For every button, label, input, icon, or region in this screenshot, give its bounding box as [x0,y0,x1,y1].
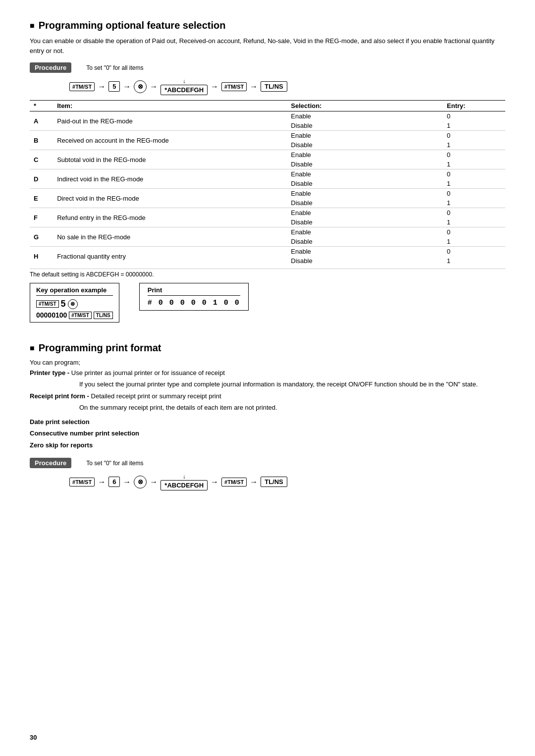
step1-num: 5 [61,299,66,309]
print-value: # 0 0 0 0 0 1 0 0 [148,299,240,307]
item-selection-F-1: Disable [287,217,443,227]
flow2-arrow-2: → [123,478,131,486]
item-selection-H-0: Enable [287,247,443,257]
default-note: The default setting is ABCDEFGH = 000000… [30,269,505,278]
you-can-text: You can program; [30,359,505,366]
bold-item-0: Date print selection [30,416,505,428]
item-entry-F-0: 0 [443,208,505,218]
flow2-tmst-2: #TM/ST [221,478,247,486]
col-item: Item: [53,101,287,111]
item-letter-F: F [30,208,53,227]
key-op-section: Key operation example #TM/ST 5 ⊗ 0000010… [30,283,505,323]
item-selection-D-0: Enable [287,169,443,179]
flow-num-1: 5 [108,81,120,92]
bold-item-2: Zero skip for reports [30,439,505,451]
item-letter-B: B [30,131,53,150]
items-table: * Item: Selection: Entry: APaid-out in t… [30,100,505,266]
flow2-circle-1: ⊗ [134,476,147,488]
item-letter-C: C [30,150,53,169]
item-letter-G: G [30,227,53,247]
item-desc-F: Refund entry in the REG-mode [53,208,287,227]
item-entry-G-1: 1 [443,237,505,247]
bold-items-list: Date print selectionConsecutive number p… [30,416,505,451]
flow2-arrow-4: → [211,478,218,486]
item-selection-G-0: Enable [287,227,443,237]
printer-type-text: Use printer as journal printer or for is… [69,369,225,377]
item-selection-B-1: Disable [287,140,443,150]
item-selection-H-1: Disable [287,256,443,266]
flow2-arrow-5: → [250,478,258,486]
procedure-label-2: Procedure [30,458,71,468]
item-entry-H-0: 0 [443,247,505,257]
table-header-row: * Item: Selection: Entry: [30,101,505,111]
step1-circle: ⊗ [68,299,78,309]
flow-arrow-4: → [211,82,218,91]
section1-title: Programming optional feature selection [30,20,505,31]
receipt-detail: On the summary receipt print, the detail… [79,403,505,413]
item-selection-B-0: Enable [287,131,443,141]
item-entry-C-1: 1 [443,160,505,169]
flow2-tmst-1: #TM/ST [69,478,95,486]
item-entry-F-1: 1 [443,217,505,227]
item-letter-A: A [30,111,53,131]
flow2-tl-1: TL/NS [261,477,287,487]
section-print-format: Programming print format You can program… [30,342,505,490]
item-letter-E: E [30,189,53,208]
item-entry-C-0: 0 [443,150,505,160]
step2-tmst: #TM/ST [69,312,92,319]
col-star: * [30,101,53,111]
print-container: Print # 0 0 0 0 0 1 0 0 [139,283,249,311]
flow-arrow-1: → [98,82,106,91]
flow-tl-1: TL/NS [261,81,287,92]
item-desc-H: Fractional quantity entry [53,247,287,266]
section1-intro: You can enable or disable the operation … [30,36,505,55]
bold-item-1: Consecutive number print selection [30,428,505,439]
down-arrow-1: ↓ [183,78,186,85]
flow-arrow-2: → [123,82,131,91]
flow-diagram-1: #TM/ST → 5 → ⊗ → ↓ *ABCDEFGH → #TM/ST → … [69,78,505,95]
flow2-branch-1: ↓ *ABCDEFGH [160,473,208,490]
procedure-row-1: Procedure To set "0" for all items [30,62,505,73]
flow2-abcd-1: *ABCDEFGH [160,480,208,490]
col-entry: Entry: [443,101,505,111]
key-op-box: Key operation example #TM/ST 5 ⊗ 0000010… [30,283,119,323]
item-entry-D-0: 0 [443,169,505,179]
step1-tmst: #TM/ST [36,300,59,308]
item-entry-G-0: 0 [443,227,505,237]
page-number: 30 [30,734,37,741]
flow-branch-1: ↓ *ABCDEFGH [160,78,208,95]
set-zero-note-1: To set "0" for all items [86,64,143,71]
item-entry-E-0: 0 [443,189,505,199]
item-entry-H-1: 1 [443,256,505,266]
print-box: Print # 0 0 0 0 0 1 0 0 [139,283,249,311]
item-entry-A-1: 1 [443,121,505,131]
item-selection-G-1: Disable [287,237,443,247]
item-entry-B-1: 1 [443,140,505,150]
item-desc-C: Subtotal void in the REG-mode [53,150,287,169]
item-desc-E: Direct void in the REG-mode [53,189,287,208]
item-selection-A-0: Enable [287,111,443,121]
down-arrow-2: ↓ [183,473,186,480]
flow-diagram-2: #TM/ST → 6 → ⊗ → ↓ *ABCDEFGH → #TM/ST → … [69,473,505,490]
item-selection-C-0: Enable [287,150,443,160]
flow2-arrow-3: → [150,478,158,486]
flow-tmst-2: #TM/ST [221,82,247,91]
flow-arrow-3: → [150,82,158,91]
section2-title: Programming print format [30,342,505,354]
receipt-bold: Receipt print form - [30,392,89,400]
item-letter-D: D [30,169,53,189]
flow-abcd-1: *ABCDEFGH [160,85,208,95]
procedure-label-1: Procedure [30,62,71,73]
section-optional-feature: Programming optional feature selection Y… [30,20,505,323]
key-op-container: Key operation example #TM/ST 5 ⊗ 0000010… [30,283,119,323]
item-selection-E-1: Disable [287,198,443,208]
receipt-form-line: Receipt print form - Detailed receipt pr… [30,392,505,400]
printer-type-detail: If you select the journal printer type a… [79,379,505,389]
printer-type-line: Printer type - Use printer as journal pr… [30,369,505,377]
key-op-main: 00000100 #TM/ST TL/NS [36,311,113,319]
item-selection-F-0: Enable [287,208,443,218]
item-desc-B: Received on account in the REG-mode [53,131,287,150]
receipt-text: Detailed receipt print or summary receip… [89,392,221,400]
print-label: Print [148,286,240,296]
item-desc-D: Indirect void in the REG-mode [53,169,287,189]
